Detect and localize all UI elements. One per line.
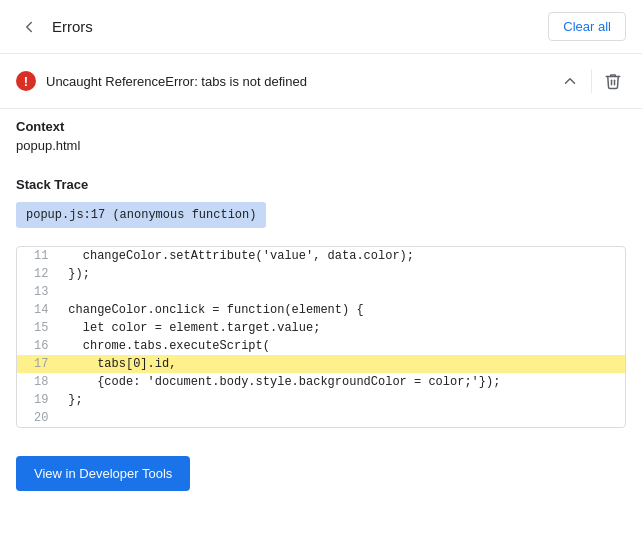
- code-container: 11 changeColor.setAttribute('value', dat…: [16, 246, 626, 428]
- line-code: changeColor.onclick = function(element) …: [60, 301, 625, 319]
- collapse-button[interactable]: [557, 68, 583, 94]
- line-number: 15: [17, 319, 60, 337]
- line-code: let color = element.target.value;: [60, 319, 625, 337]
- code-scroll[interactable]: 11 changeColor.setAttribute('value', dat…: [17, 247, 625, 427]
- error-actions: [557, 68, 626, 94]
- line-number: 18: [17, 373, 60, 391]
- stack-trace-block: popup.js:17 (anonymous function): [0, 196, 642, 238]
- line-number: 13: [17, 283, 60, 301]
- context-section: Context popup.html: [0, 109, 642, 167]
- page-title: Errors: [52, 18, 93, 35]
- line-number: 14: [17, 301, 60, 319]
- error-item: ! Uncaught ReferenceError: tabs is not d…: [0, 54, 642, 109]
- line-number: 16: [17, 337, 60, 355]
- line-code: [60, 283, 625, 301]
- header-left: Errors: [16, 14, 93, 40]
- error-title-group: ! Uncaught ReferenceError: tabs is not d…: [16, 71, 307, 91]
- clear-all-button[interactable]: Clear all: [548, 12, 626, 41]
- divider: [591, 69, 592, 93]
- stack-trace-label: Stack Trace: [16, 177, 626, 192]
- footer: View in Developer Tools: [0, 442, 642, 505]
- line-code: };: [60, 391, 625, 409]
- stack-highlight: popup.js:17 (anonymous function): [16, 202, 266, 228]
- line-code: {code: 'document.body.style.backgroundCo…: [60, 373, 625, 391]
- error-header-row: ! Uncaught ReferenceError: tabs is not d…: [16, 68, 626, 94]
- line-code: [60, 409, 625, 427]
- error-icon: !: [16, 71, 36, 91]
- error-message: Uncaught ReferenceError: tabs is not def…: [46, 74, 307, 89]
- context-value: popup.html: [16, 138, 626, 153]
- line-number: 17: [17, 355, 60, 373]
- line-code: tabs[0].id,: [60, 355, 625, 373]
- line-number: 19: [17, 391, 60, 409]
- line-code: chrome.tabs.executeScript(: [60, 337, 625, 355]
- header: Errors Clear all: [0, 0, 642, 54]
- delete-button[interactable]: [600, 68, 626, 94]
- context-label: Context: [16, 119, 626, 134]
- line-number: 12: [17, 265, 60, 283]
- line-number: 20: [17, 409, 60, 427]
- line-number: 11: [17, 247, 60, 265]
- back-button[interactable]: [16, 14, 42, 40]
- code-table: 11 changeColor.setAttribute('value', dat…: [17, 247, 625, 427]
- stack-trace-section: Stack Trace: [0, 167, 642, 192]
- line-code: changeColor.setAttribute('value', data.c…: [60, 247, 625, 265]
- view-devtools-button[interactable]: View in Developer Tools: [16, 456, 190, 491]
- line-code: });: [60, 265, 625, 283]
